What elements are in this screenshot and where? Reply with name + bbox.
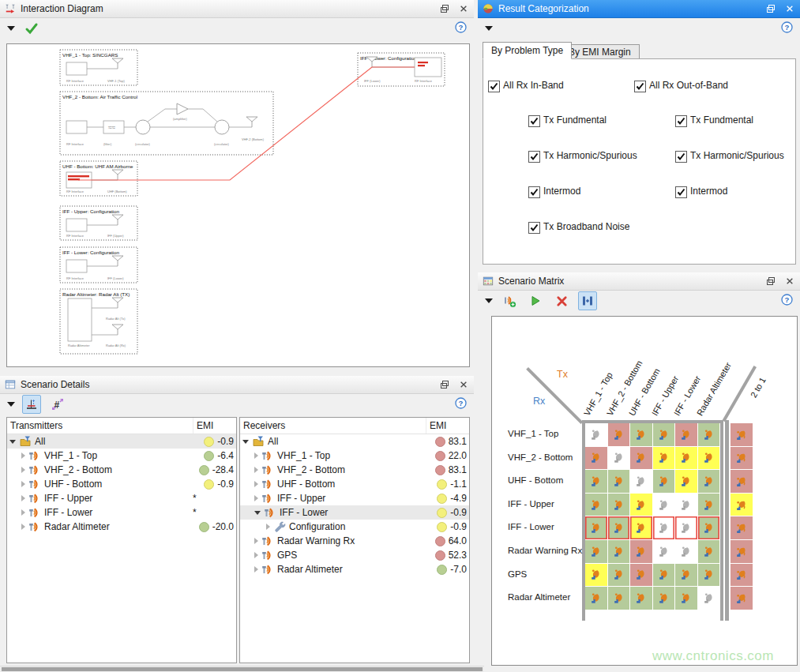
matrix-cell[interactable] (653, 587, 675, 610)
matrix-cell[interactable] (608, 423, 630, 446)
expand-arrow-icon[interactable] (254, 538, 258, 544)
float-panel-button[interactable] (765, 3, 776, 14)
panel-menu-arrow-icon[interactable] (7, 402, 15, 407)
matrix-2to1-cell[interactable] (731, 516, 753, 539)
matrix-cell[interactable] (675, 564, 697, 587)
matrix-cell[interactable] (675, 587, 697, 610)
matrix-cell[interactable] (630, 587, 652, 610)
expand-arrow-icon[interactable] (254, 495, 258, 501)
problem-type-checkbox[interactable] (675, 151, 687, 163)
tree-row[interactable]: IFF - Lower-0.9 (240, 505, 469, 520)
expand-arrow-icon[interactable] (21, 467, 25, 473)
matrix-2to1-cell[interactable] (731, 587, 753, 610)
emi-margin-view-button[interactable] (22, 395, 41, 414)
expand-arrow-icon[interactable] (254, 452, 258, 459)
matrix-cell[interactable] (608, 447, 630, 470)
matrix-cell[interactable] (698, 516, 720, 539)
matrix-cell[interactable] (630, 447, 652, 470)
matrix-cell[interactable] (585, 540, 607, 563)
matrix-2to1-cell[interactable] (731, 447, 753, 470)
collapse-arrow-icon[interactable] (242, 440, 249, 444)
tree-row[interactable]: IFF - Lower* (7, 505, 236, 520)
tree-row[interactable]: Radar Altimeter-20.0 (7, 520, 236, 534)
matrix-column-header[interactable]: Radar Altimeter (694, 361, 733, 418)
matrix-cell[interactable] (585, 516, 607, 539)
matrix-cell[interactable] (630, 494, 652, 516)
matrix-view-toggle-button[interactable] (578, 291, 597, 310)
expand-arrow-icon[interactable] (254, 552, 258, 558)
matrix-row-header[interactable]: GPS (508, 569, 584, 579)
receivers-column-header[interactable]: Receivers (240, 418, 426, 434)
rx-band-group-checkbox[interactable] (634, 81, 646, 92)
matrix-cell[interactable] (653, 516, 675, 539)
help-icon[interactable]: ? (455, 21, 467, 36)
close-panel-button[interactable] (458, 3, 469, 14)
help-icon[interactable]: ? (455, 397, 467, 411)
expand-arrow-icon[interactable] (21, 452, 25, 459)
matrix-cell[interactable] (585, 564, 607, 587)
matrix-2to1-cell[interactable] (731, 470, 753, 493)
matrix-cell[interactable] (698, 494, 720, 516)
tree-row[interactable]: VHF_2 - Bottom83.1 (240, 463, 469, 477)
collapse-arrow-icon[interactable] (9, 440, 16, 444)
run-analysis-button[interactable] (526, 291, 545, 310)
matrix-cell[interactable] (585, 587, 607, 610)
panel-menu-arrow-icon[interactable] (485, 298, 493, 303)
expand-arrow-icon[interactable] (266, 524, 270, 530)
expand-arrow-icon[interactable] (21, 495, 25, 501)
tree-row[interactable]: UHF - Bottom-0.9 (7, 477, 236, 491)
matrix-cell[interactable] (585, 470, 607, 493)
matrix-cell[interactable] (653, 540, 675, 563)
matrix-2to1-cell[interactable] (731, 564, 753, 587)
matrix-cell[interactable] (675, 423, 697, 446)
problem-type-checkbox[interactable] (528, 186, 540, 198)
matrix-cell[interactable] (608, 516, 630, 539)
matrix-row-header[interactable]: Radar Altimeter (508, 592, 584, 602)
float-panel-button[interactable] (439, 379, 450, 390)
problem-type-checkbox[interactable] (675, 115, 687, 127)
matrix-cell[interactable] (698, 470, 720, 493)
matrix-cell[interactable] (585, 423, 607, 446)
expand-arrow-icon[interactable] (21, 509, 25, 516)
rx-band-group-checkbox[interactable] (488, 81, 500, 92)
matrix-cell[interactable] (675, 540, 697, 563)
matrix-cell[interactable] (585, 447, 607, 470)
matrix-row-header[interactable]: VHF_1 - Top (508, 429, 584, 438)
matrix-cell[interactable] (698, 587, 720, 610)
numeric-view-button[interactable]: # (48, 395, 67, 414)
horizontal-scrollbar-thumb[interactable] (2, 667, 483, 671)
float-panel-button[interactable] (439, 3, 450, 14)
tree-row[interactable]: VHF_1 - Top-6.4 (7, 449, 236, 463)
matrix-cell[interactable] (653, 447, 675, 470)
transmitters-column-header[interactable]: Transmitters (7, 418, 193, 434)
expand-arrow-icon[interactable] (254, 467, 258, 473)
matrix-cell[interactable] (698, 447, 720, 470)
matrix-cell[interactable] (585, 494, 607, 516)
tree-row[interactable]: IFF - Upper-4.9 (240, 491, 469, 505)
matrix-cell[interactable] (608, 470, 630, 493)
tree-row[interactable]: Radar Altimeter-7.0 (240, 562, 469, 576)
tree-row[interactable]: IFF - Upper* (7, 491, 236, 505)
tree-row[interactable]: Radar Warning Rx64.0 (240, 534, 469, 548)
help-icon[interactable]: ? (781, 21, 793, 36)
expand-arrow-icon[interactable] (254, 566, 258, 573)
matrix-cell[interactable] (608, 494, 630, 516)
matrix-cell[interactable] (608, 540, 630, 563)
matrix-cell[interactable] (675, 494, 697, 516)
matrix-2to1-cell[interactable] (731, 494, 753, 516)
matrix-cell[interactable] (675, 447, 697, 470)
matrix-row-header[interactable]: VHF_2 - Bottom (508, 452, 584, 462)
tree-row[interactable]: All83.1 (240, 434, 469, 449)
problem-type-checkbox[interactable] (528, 151, 540, 163)
interaction-diagram-canvas[interactable]: VHF_1 - Top: SINCGARSRF InterfaceVHF-1 (… (6, 43, 470, 367)
matrix-cell[interactable] (630, 540, 652, 563)
float-panel-button[interactable] (765, 276, 776, 287)
matrix-cell[interactable] (698, 423, 720, 446)
matrix-2to1-cell[interactable] (731, 423, 753, 446)
matrix-cell[interactable] (653, 494, 675, 516)
emi-column-header[interactable]: EMI (193, 420, 236, 431)
matrix-row-header[interactable]: UHF - Bottom (508, 475, 584, 485)
tree-row[interactable]: UHF - Bottom-1.1 (240, 477, 469, 491)
collapse-arrow-icon[interactable] (254, 511, 261, 515)
matrix-cell[interactable] (698, 540, 720, 563)
